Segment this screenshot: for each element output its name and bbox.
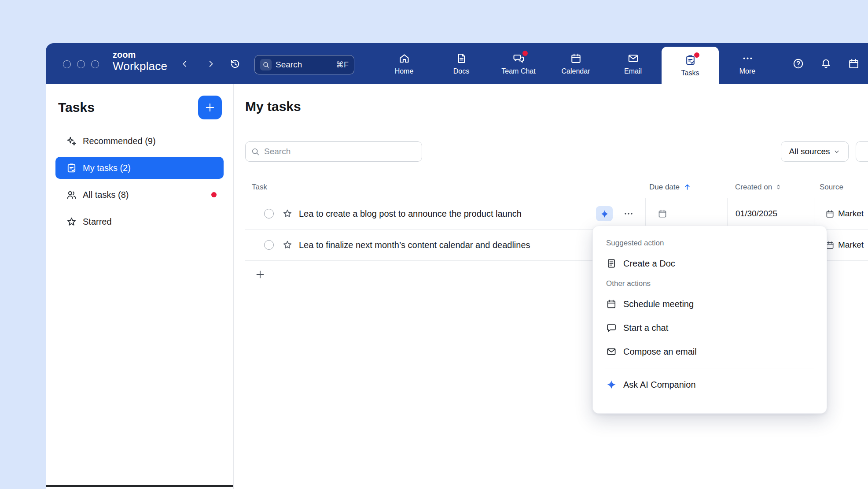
sidebar-item-my-tasks[interactable]: My tasks (2) (55, 157, 224, 179)
plus-icon[interactable] (255, 269, 265, 280)
global-search-placeholder: Search (276, 60, 302, 70)
task-checkbox[interactable] (264, 240, 274, 250)
search-icon (251, 147, 260, 156)
column-header-source: Source (814, 183, 868, 192)
star-icon[interactable] (282, 208, 293, 219)
chevron-down-icon (833, 148, 840, 155)
docs-icon (456, 52, 467, 64)
menu-item-create-doc[interactable]: Create a Doc (604, 252, 815, 275)
sources-filter-dropdown[interactable]: All sources (781, 141, 849, 162)
back-button[interactable] (177, 56, 192, 71)
add-due-date-icon[interactable] (658, 209, 667, 219)
calendar-icon (825, 209, 835, 219)
tab-label: Email (624, 67, 642, 75)
menu-item-schedule-meeting[interactable]: Schedule meeting (604, 292, 815, 316)
home-icon (398, 52, 410, 64)
due-date-cell (645, 198, 727, 229)
plus-icon (204, 102, 216, 113)
sidebar-item-label: All tasks (8) (83, 190, 129, 200)
task-title: Lea to create a blog post to announce th… (299, 209, 522, 219)
task-row[interactable]: Lea to create a blog post to announce th… (245, 198, 868, 230)
sidebar-item-all-tasks[interactable]: All tasks (8) (55, 184, 224, 206)
menu-item-compose-email[interactable]: Compose an email (604, 340, 815, 363)
help-button[interactable] (789, 55, 807, 72)
people-icon (66, 189, 77, 200)
ai-sparkle-icon (600, 209, 609, 219)
history-clock-icon (229, 58, 241, 70)
sidebar-item-label: My tasks (2) (83, 163, 131, 173)
topbar-tab-team-chat[interactable]: Team Chat (490, 43, 547, 84)
sidebar-item-starred[interactable]: Starred (55, 211, 224, 233)
menu-item-label: Ask AI Companion (623, 380, 696, 390)
task-checkbox[interactable] (264, 209, 274, 219)
task-search-box (245, 141, 422, 162)
notification-badge (694, 52, 699, 58)
notification-badge (211, 192, 217, 197)
topbar-navigation: Home Docs Team Cha (375, 43, 776, 84)
topbar-tab-calendar[interactable]: Calendar (547, 43, 604, 84)
sort-ascending-icon[interactable] (683, 183, 691, 191)
doc-icon (606, 258, 617, 269)
topbar-tab-email[interactable]: Email (604, 43, 662, 84)
ai-companion-button[interactable] (596, 206, 613, 221)
column-header-due-date[interactable]: Due date (645, 183, 727, 192)
menu-item-label: Schedule meeting (623, 299, 694, 309)
table-header-row: Task Due date Created on Source (245, 176, 868, 198)
topbar-tab-home[interactable]: Home (375, 43, 433, 84)
page-title: My tasks (245, 99, 301, 114)
sidebar-item-label: Starred (83, 217, 112, 227)
more-ellipsis-icon (742, 52, 754, 64)
sidebar-header: Tasks (46, 84, 233, 119)
menu-item-label: Compose an email (623, 347, 697, 357)
menu-item-ask-ai-companion[interactable]: Ask AI Companion (604, 373, 815, 396)
add-task-button[interactable] (198, 96, 222, 119)
star-icon (66, 216, 77, 227)
tab-label: Calendar (562, 67, 590, 75)
ellipsis-icon (623, 208, 634, 219)
column-header-label: Due date (649, 183, 680, 192)
task-action-menu: Suggested action Create a Doc Other acti… (592, 226, 827, 414)
help-icon (792, 58, 804, 70)
created-on-cell: 01/30/2025 (727, 198, 814, 229)
topbar-right-controls (789, 55, 862, 72)
column-header-label: Created on (735, 183, 772, 192)
task-search-input[interactable] (264, 147, 416, 156)
schedule-button[interactable] (845, 55, 862, 72)
chat-icon (606, 322, 617, 333)
window-control-close[interactable] (63, 60, 71, 68)
calendar-icon (606, 299, 617, 309)
tasks-icon (684, 54, 696, 66)
tab-label: Home (395, 67, 414, 75)
column-header-created-on[interactable]: Created on (727, 183, 814, 192)
sidebar-item-label: Recommended (9) (83, 136, 156, 146)
tab-label: More (739, 67, 755, 75)
bottom-edge-bar (46, 485, 233, 487)
task-cell: Lea to create a blog post to announce th… (245, 198, 645, 229)
logo-workplace-text: Workplace (113, 59, 167, 73)
sort-updown-icon[interactable] (775, 183, 782, 191)
search-icon (260, 59, 272, 70)
source-value: Market (838, 240, 864, 250)
notifications-button[interactable] (817, 55, 835, 72)
sidebar-item-recommended[interactable]: Recommended (9) (55, 130, 224, 152)
column-header-task: Task (245, 183, 645, 192)
window-control-zoom[interactable] (91, 60, 99, 68)
forward-button[interactable] (203, 56, 218, 71)
topbar-tab-more[interactable]: More (719, 43, 776, 84)
task-title: Lea to finalize next month’s content cal… (299, 240, 530, 250)
tab-label: Team Chat (501, 67, 535, 75)
star-icon[interactable] (282, 240, 293, 250)
tasks-sidebar: Tasks Recommended (9) (46, 84, 234, 489)
window-control-minimize[interactable] (77, 60, 85, 68)
menu-section-heading: Suggested action (604, 235, 815, 252)
ai-sparkle-icon (606, 379, 617, 390)
zoom-workplace-logo: zoom Workplace (113, 50, 167, 73)
topbar-tab-docs[interactable]: Docs (433, 43, 490, 84)
clipped-filter-button[interactable] (856, 141, 868, 162)
topbar-tab-tasks[interactable]: Tasks (662, 47, 719, 84)
tab-label: Tasks (681, 69, 699, 77)
menu-item-start-chat[interactable]: Start a chat (604, 316, 815, 340)
more-actions-button[interactable] (620, 206, 637, 221)
global-search-box[interactable]: Search ⌘F (254, 55, 354, 74)
history-button[interactable] (228, 56, 243, 71)
